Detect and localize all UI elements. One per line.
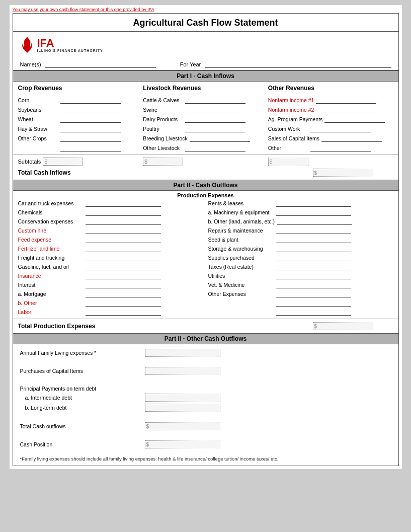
other-rev-item-field[interactable] [310,125,371,132]
left-expense-field[interactable] [86,263,161,270]
intermediate-field[interactable] [145,394,220,402]
left-expense-field[interactable] [86,272,161,279]
livestock-item-label: Swine [143,107,183,113]
left-expense-field[interactable] [86,227,161,234]
left-expense-label: Feed expense [18,237,84,243]
crop-item-field[interactable] [60,116,121,123]
livestock-item-label: Other Livestock [143,145,183,151]
long-term-field[interactable] [145,404,220,412]
right-expense-field[interactable] [276,263,351,270]
other-rev-item-field[interactable] [316,97,376,104]
top-note: You may use your own cash flow statement… [10,5,402,13]
livestock-item-field[interactable] [190,135,250,142]
livestock-item-field[interactable] [185,97,245,104]
left-expense-label: Custom hire [18,227,84,234]
name-label: Name(s) [20,61,41,67]
right-expense-field[interactable] [276,299,351,307]
left-expense-row: Conservation expenses [18,217,203,226]
right-expense-label: Rents & leases [208,200,274,206]
crop-item-field[interactable] [60,106,121,113]
right-expense-row: Storage & warehousing [208,244,393,253]
total-prod-label: Total Production Expenses [18,323,119,330]
other-rev-item-field[interactable] [321,135,382,142]
right-expense-field[interactable] [276,254,351,261]
left-expense-label: Chemicals [18,209,84,215]
crop-subtotal-field[interactable]: $ [43,158,83,166]
right-expense-field[interactable] [276,245,351,252]
right-expense-field[interactable] [277,218,352,225]
right-expense-field[interactable] [276,281,351,288]
left-expense-label: Interest [18,282,84,288]
left-expense-field[interactable] [86,290,161,297]
left-expense-label: Insurance [18,273,84,279]
right-expense-field[interactable] [276,200,351,207]
livestock-item-label: Poultry [143,126,183,132]
left-expense-field[interactable] [86,245,161,252]
left-expense-field[interactable] [86,299,161,307]
livestock-subtotal-field[interactable]: $ [143,158,183,166]
right-expense-field[interactable] [276,309,351,316]
livestock-item-row: Breeding Livestock [143,134,268,142]
total-prod-field[interactable]: $ [313,322,373,330]
cash-position-row: Cash Position $ [20,439,391,450]
right-expense-field[interactable] [276,209,351,216]
cash-position-field[interactable]: $ [145,440,220,448]
livestock-item-field[interactable] [185,125,245,132]
livestock-subtotal: $ [143,158,268,166]
principal-header: Principal Payments on term debt [20,385,391,393]
left-expense-field[interactable] [86,236,161,243]
right-expense-field[interactable] [276,227,351,234]
total-cash-outflows-field[interactable]: $ [145,422,220,430]
left-expense-row: Custom hire [18,226,203,235]
other-rev-header: Other Revenues [268,84,393,94]
total-cash-outflows-row: Total Cash outflows $ [20,421,391,432]
crop-item-row: Wheat [18,115,143,123]
left-expense-field[interactable] [86,218,161,225]
right-expense-field[interactable] [276,236,351,243]
left-expense-label: Car and truck expenses [18,200,84,206]
other-rev-item-field[interactable] [324,116,385,123]
right-expense-row: a. Machinery & equipment [208,208,393,217]
other-rev-item-field[interactable] [310,144,371,151]
right-expense-field[interactable] [276,290,351,297]
other-rev-item-field[interactable] [316,106,376,113]
livestock-item-field[interactable] [185,144,245,151]
left-expense-field[interactable] [86,281,161,288]
livestock-item-row: Other Livestock [143,143,268,152]
annual-family-field[interactable] [145,349,220,357]
crop-item-field[interactable] [60,135,121,142]
subtotals-label: Subtotals [18,159,41,165]
other-rev-item-row: Other [268,143,393,152]
right-expense-row: Repairs & maintenance [208,226,393,235]
total-cash-inflows-field[interactable]: $ [313,169,373,177]
other-subtotal-field[interactable]: $ [268,158,308,166]
livestock-item-field[interactable] [185,106,245,113]
prod-expenses-header: Production Expenses [13,191,398,199]
left-expense-field[interactable] [86,254,161,261]
subtotals-row: Subtotals $ $ $ [13,154,398,167]
ifa-flame-icon [20,36,34,54]
right-expense-label: Utilities [208,273,274,279]
livestock-item-row: Dairy Products [143,115,268,123]
left-expense-field[interactable] [86,309,161,316]
left-expense-label: b. Other [18,300,84,306]
left-expense-field[interactable] [86,209,161,216]
crop-item-field[interactable] [60,125,121,132]
crop-item-label: Wheat [18,116,58,122]
name-input[interactable] [45,61,156,68]
revenue-headers: Crop Revenues Livestock Revenues Other R… [13,82,398,96]
right-expense-field[interactable] [276,272,351,279]
ifa-subtitle: ILLINOIS FINANCE AUTHORITY [37,49,103,52]
principal-group: Principal Payments on term debt a. Inter… [20,385,391,413]
right-expense-label: Other Expenses [208,291,274,297]
left-expense-field[interactable] [86,200,161,207]
for-year-input[interactable] [205,61,391,68]
livestock-item-field[interactable] [185,116,245,123]
crop-item-field[interactable] [60,97,121,104]
left-expense-label: Conservation expenses [18,218,84,224]
crop-subtotal: Subtotals $ [18,158,143,166]
left-expense-label: Labor [18,309,84,315]
purchases-capital-field[interactable] [145,367,220,375]
left-expense-row: Insurance [18,271,203,280]
crop-item-field[interactable] [60,144,121,151]
